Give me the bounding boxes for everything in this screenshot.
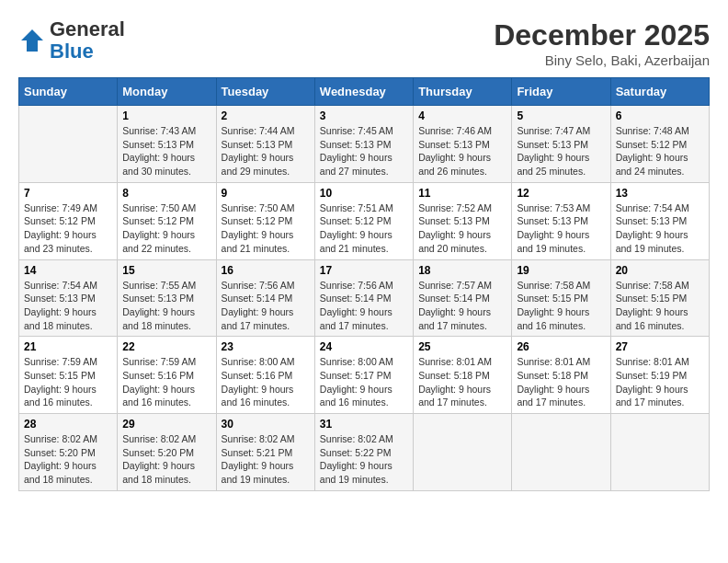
calendar-cell: 30Sunrise: 8:02 AM Sunset: 5:21 PM Dayli… xyxy=(216,414,314,491)
day-info: Sunrise: 7:58 AM Sunset: 5:15 PM Dayligh… xyxy=(616,279,704,333)
day-number: 7 xyxy=(24,187,112,200)
calendar-cell: 21Sunrise: 7:59 AM Sunset: 5:15 PM Dayli… xyxy=(19,337,118,414)
calendar-cell xyxy=(512,414,610,491)
calendar-cell: 12Sunrise: 7:53 AM Sunset: 5:13 PM Dayli… xyxy=(512,182,610,259)
day-info: Sunrise: 8:01 AM Sunset: 5:18 PM Dayligh… xyxy=(418,355,506,409)
calendar-cell: 2Sunrise: 7:44 AM Sunset: 5:13 PM Daylig… xyxy=(216,106,314,183)
day-number: 20 xyxy=(616,264,704,277)
day-number: 2 xyxy=(222,109,310,122)
day-info: Sunrise: 8:00 AM Sunset: 5:16 PM Dayligh… xyxy=(222,355,310,409)
day-info: Sunrise: 7:44 AM Sunset: 5:13 PM Dayligh… xyxy=(222,124,310,178)
day-number: 30 xyxy=(222,418,310,431)
calendar-cell: 18Sunrise: 7:57 AM Sunset: 5:14 PM Dayli… xyxy=(414,259,512,337)
day-info: Sunrise: 7:54 AM Sunset: 5:13 PM Dayligh… xyxy=(616,201,704,256)
day-info: Sunrise: 8:02 AM Sunset: 5:21 PM Dayligh… xyxy=(222,432,310,487)
weekday-header: Tuesday xyxy=(216,78,314,106)
weekday-header: Sunday xyxy=(19,78,118,106)
day-number: 12 xyxy=(517,187,605,200)
logo-icon xyxy=(18,27,46,54)
day-info: Sunrise: 7:45 AM Sunset: 5:13 PM Dayligh… xyxy=(320,124,408,178)
weekday-header: Monday xyxy=(118,78,216,106)
day-info: Sunrise: 7:51 AM Sunset: 5:12 PM Dayligh… xyxy=(320,201,408,256)
day-info: Sunrise: 7:58 AM Sunset: 5:15 PM Dayligh… xyxy=(517,279,605,333)
day-info: Sunrise: 8:00 AM Sunset: 5:17 PM Dayligh… xyxy=(320,355,408,409)
calendar-week-row: 21Sunrise: 7:59 AM Sunset: 5:15 PM Dayli… xyxy=(19,337,710,414)
day-info: Sunrise: 7:59 AM Sunset: 5:16 PM Dayligh… xyxy=(122,355,210,409)
day-info: Sunrise: 7:46 AM Sunset: 5:13 PM Dayligh… xyxy=(418,124,506,178)
calendar-cell: 7Sunrise: 7:49 AM Sunset: 5:12 PM Daylig… xyxy=(19,182,118,259)
day-info: Sunrise: 7:47 AM Sunset: 5:13 PM Dayligh… xyxy=(517,124,605,178)
day-number: 18 xyxy=(418,264,506,277)
day-number: 5 xyxy=(517,109,605,122)
day-number: 4 xyxy=(418,109,506,122)
day-info: Sunrise: 7:52 AM Sunset: 5:13 PM Dayligh… xyxy=(418,201,506,256)
month-title: December 2025 xyxy=(494,18,710,52)
calendar-cell xyxy=(19,106,118,183)
day-info: Sunrise: 7:43 AM Sunset: 5:13 PM Dayligh… xyxy=(122,124,210,178)
day-info: Sunrise: 8:01 AM Sunset: 5:18 PM Dayligh… xyxy=(517,355,605,409)
day-number: 11 xyxy=(418,187,506,200)
calendar-cell: 25Sunrise: 8:01 AM Sunset: 5:18 PM Dayli… xyxy=(414,337,512,414)
logo-blue: Blue xyxy=(50,40,125,63)
day-info: Sunrise: 8:01 AM Sunset: 5:19 PM Dayligh… xyxy=(616,355,704,409)
day-number: 8 xyxy=(122,187,210,200)
calendar-cell xyxy=(610,414,709,491)
calendar-cell: 31Sunrise: 8:02 AM Sunset: 5:22 PM Dayli… xyxy=(314,414,413,491)
calendar-cell: 26Sunrise: 8:01 AM Sunset: 5:18 PM Dayli… xyxy=(512,337,610,414)
day-info: Sunrise: 7:55 AM Sunset: 5:13 PM Dayligh… xyxy=(122,279,210,333)
day-number: 31 xyxy=(320,418,408,431)
calendar-cell: 22Sunrise: 7:59 AM Sunset: 5:16 PM Dayli… xyxy=(118,337,216,414)
calendar-cell: 29Sunrise: 8:02 AM Sunset: 5:20 PM Dayli… xyxy=(118,414,216,491)
day-number: 3 xyxy=(320,109,408,122)
day-info: Sunrise: 7:59 AM Sunset: 5:15 PM Dayligh… xyxy=(24,355,112,409)
day-info: Sunrise: 7:56 AM Sunset: 5:14 PM Dayligh… xyxy=(320,279,408,333)
day-number: 13 xyxy=(616,187,704,200)
calendar-cell: 3Sunrise: 7:45 AM Sunset: 5:13 PM Daylig… xyxy=(314,106,413,183)
weekday-header: Thursday xyxy=(414,78,512,106)
day-info: Sunrise: 7:48 AM Sunset: 5:12 PM Dayligh… xyxy=(616,124,704,178)
day-number: 26 xyxy=(517,340,605,353)
calendar-cell: 6Sunrise: 7:48 AM Sunset: 5:12 PM Daylig… xyxy=(610,106,709,183)
day-number: 6 xyxy=(616,109,704,122)
day-info: Sunrise: 7:54 AM Sunset: 5:13 PM Dayligh… xyxy=(24,279,112,333)
weekday-header: Wednesday xyxy=(314,78,413,106)
title-block: December 2025 Biny Selo, Baki, Azerbaija… xyxy=(494,18,710,68)
day-number: 23 xyxy=(222,340,310,353)
calendar-cell: 27Sunrise: 8:01 AM Sunset: 5:19 PM Dayli… xyxy=(610,337,709,414)
day-number: 15 xyxy=(122,264,210,277)
logo: General Blue xyxy=(18,18,125,63)
day-number: 24 xyxy=(320,340,408,353)
day-number: 22 xyxy=(122,340,210,353)
day-info: Sunrise: 7:50 AM Sunset: 5:12 PM Dayligh… xyxy=(122,201,210,256)
day-number: 19 xyxy=(517,264,605,277)
day-number: 29 xyxy=(122,418,210,431)
calendar-week-row: 7Sunrise: 7:49 AM Sunset: 5:12 PM Daylig… xyxy=(19,182,710,259)
calendar-header-row: SundayMondayTuesdayWednesdayThursdayFrid… xyxy=(19,78,710,106)
calendar-week-row: 1Sunrise: 7:43 AM Sunset: 5:13 PM Daylig… xyxy=(19,106,710,183)
day-info: Sunrise: 7:53 AM Sunset: 5:13 PM Dayligh… xyxy=(517,201,605,256)
calendar-week-row: 14Sunrise: 7:54 AM Sunset: 5:13 PM Dayli… xyxy=(19,259,710,337)
calendar-cell: 5Sunrise: 7:47 AM Sunset: 5:13 PM Daylig… xyxy=(512,106,610,183)
day-info: Sunrise: 7:50 AM Sunset: 5:12 PM Dayligh… xyxy=(222,201,310,256)
calendar-cell xyxy=(414,414,512,491)
calendar-cell: 15Sunrise: 7:55 AM Sunset: 5:13 PM Dayli… xyxy=(118,259,216,337)
day-info: Sunrise: 8:02 AM Sunset: 5:22 PM Dayligh… xyxy=(320,432,408,487)
calendar-cell: 17Sunrise: 7:56 AM Sunset: 5:14 PM Dayli… xyxy=(314,259,413,337)
calendar-cell: 9Sunrise: 7:50 AM Sunset: 5:12 PM Daylig… xyxy=(216,182,314,259)
day-number: 10 xyxy=(320,187,408,200)
day-info: Sunrise: 7:49 AM Sunset: 5:12 PM Dayligh… xyxy=(24,201,112,256)
calendar-cell: 10Sunrise: 7:51 AM Sunset: 5:12 PM Dayli… xyxy=(314,182,413,259)
day-number: 16 xyxy=(222,264,310,277)
weekday-header: Friday xyxy=(512,78,610,106)
calendar-cell: 8Sunrise: 7:50 AM Sunset: 5:12 PM Daylig… xyxy=(118,182,216,259)
day-number: 9 xyxy=(222,187,310,200)
day-number: 14 xyxy=(24,264,112,277)
day-number: 28 xyxy=(24,418,112,431)
calendar-cell: 24Sunrise: 8:00 AM Sunset: 5:17 PM Dayli… xyxy=(314,337,413,414)
calendar-cell: 20Sunrise: 7:58 AM Sunset: 5:15 PM Dayli… xyxy=(610,259,709,337)
calendar-cell: 28Sunrise: 8:02 AM Sunset: 5:20 PM Dayli… xyxy=(19,414,118,491)
calendar-cell: 14Sunrise: 7:54 AM Sunset: 5:13 PM Dayli… xyxy=(19,259,118,337)
day-info: Sunrise: 8:02 AM Sunset: 5:20 PM Dayligh… xyxy=(122,432,210,487)
calendar-cell: 13Sunrise: 7:54 AM Sunset: 5:13 PM Dayli… xyxy=(610,182,709,259)
calendar-cell: 11Sunrise: 7:52 AM Sunset: 5:13 PM Dayli… xyxy=(414,182,512,259)
